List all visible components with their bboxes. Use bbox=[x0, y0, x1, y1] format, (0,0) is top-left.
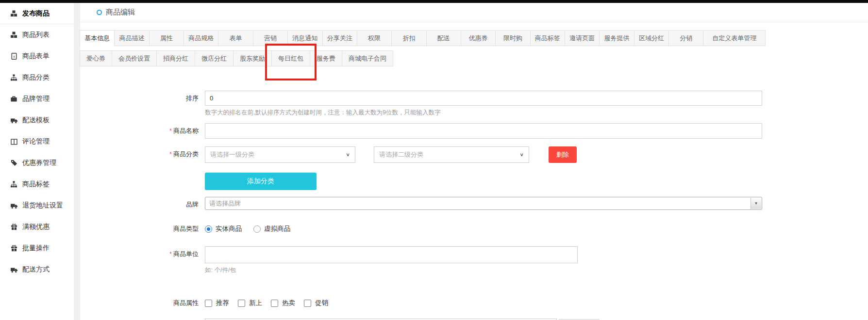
sidebar-item[interactable]: x 商品表单 bbox=[0, 46, 74, 67]
attribute-checkbox[interactable]: 热卖 bbox=[271, 299, 295, 307]
cubes-icon bbox=[10, 32, 18, 39]
secondary-tab-bar: 爱心券 会员价设置 招商分红 微店分红 股东奖励 bbox=[80, 50, 393, 66]
product-type-radio[interactable]: 虚拟商品 bbox=[253, 224, 290, 233]
primary-tab[interactable]: 邀请页面 bbox=[565, 30, 600, 46]
tags-icon bbox=[10, 160, 18, 167]
required-asterisk: * bbox=[169, 151, 172, 158]
secondary-tab[interactable]: 股东奖励 bbox=[233, 50, 272, 66]
add-category-row: 添加分类 bbox=[80, 173, 868, 190]
secondary-tab[interactable]: 招商分红 bbox=[156, 50, 195, 66]
sidebar-item[interactable]: 配送方式 bbox=[0, 259, 74, 280]
truck-icon bbox=[10, 117, 18, 124]
product-type-radio[interactable]: 实体商品 bbox=[205, 224, 242, 233]
sidebar-item[interactable]: 批量操作 bbox=[0, 238, 74, 259]
sidebar-item-label: 评论管理 bbox=[22, 137, 50, 146]
sidebar-item-label: 满额优惠 bbox=[22, 223, 50, 231]
sidebar-item[interactable]: 发布商品 bbox=[0, 3, 74, 24]
sidebar-item-label: 批量操作 bbox=[22, 244, 50, 253]
primary-tab-bar: 基本信息 商品描述 属性 商品规格 表单 bbox=[80, 30, 766, 46]
sort-label: 排序 bbox=[80, 91, 205, 106]
primary-tab[interactable]: 属性 bbox=[149, 30, 184, 46]
required-asterisk: * bbox=[169, 128, 172, 134]
columns-icon bbox=[10, 138, 18, 145]
primary-tab[interactable]: 折扣 bbox=[391, 30, 426, 46]
primary-tab[interactable]: 区域分红 bbox=[634, 30, 669, 46]
attribute-checkbox[interactable]: 新上 bbox=[238, 299, 262, 307]
dropdown-arrow-icon: ▼ bbox=[751, 198, 761, 209]
unit-row: *商品单位 如: 个/件/包 bbox=[80, 246, 868, 274]
secondary-tab[interactable]: 商城电子合同 bbox=[342, 50, 393, 66]
primary-tab[interactable]: 服务提供 bbox=[599, 30, 634, 46]
type-row: 商品类型 实体商品 虚拟商品 bbox=[80, 221, 868, 237]
sort-input[interactable] bbox=[205, 91, 762, 106]
primary-tab[interactable]: 自定义表单管理 bbox=[703, 30, 766, 46]
attribute-checkbox[interactable]: 促销 bbox=[304, 299, 328, 307]
sidebar-item[interactable]: 商品标签 bbox=[0, 174, 74, 195]
name-row: *商品名称 bbox=[80, 123, 868, 139]
page-header: 商品编辑 bbox=[80, 3, 868, 22]
annotation-box bbox=[265, 44, 317, 80]
primary-tab[interactable]: 商品规格 bbox=[184, 30, 218, 46]
product-name-input[interactable] bbox=[205, 123, 762, 139]
secondary-tab[interactable]: 微店分红 bbox=[195, 50, 234, 66]
sidebar-item-label: 退货地址设置 bbox=[22, 201, 63, 210]
truck-icon bbox=[10, 266, 18, 273]
primary-tab[interactable]: 消息通知 bbox=[287, 30, 322, 46]
primary-tab[interactable]: 基本信息 bbox=[80, 30, 115, 46]
truck-icon bbox=[10, 202, 18, 209]
sidebar-item-label: 商品列表 bbox=[22, 31, 50, 39]
brand-label: 品牌 bbox=[80, 197, 205, 212]
cubes-icon bbox=[10, 10, 18, 17]
brand-select[interactable]: 请选择品牌 ▼ bbox=[205, 197, 762, 210]
primary-tab[interactable]: 分享关注 bbox=[322, 30, 357, 46]
sidebar-item[interactable]: 满额优惠 bbox=[0, 216, 74, 238]
sidebar-item[interactable]: 品牌管理 bbox=[0, 88, 74, 110]
brand-row: 品牌 请选择品牌 ▼ bbox=[80, 197, 868, 212]
main-panel: 商品编辑 基本信息 商品描述 属性 商品规格 表单 bbox=[80, 3, 868, 320]
primary-tab[interactable]: 商品标签 bbox=[530, 30, 565, 46]
sidebar-item[interactable]: 优惠券管理 bbox=[0, 152, 74, 174]
primary-tab[interactable]: 商品描述 bbox=[114, 30, 149, 46]
checkbox-icon bbox=[304, 300, 311, 307]
primary-tab[interactable]: 配送 bbox=[426, 30, 461, 46]
attributes-label: 商品属性 bbox=[80, 295, 205, 311]
secondary-tab[interactable]: 爱心券 bbox=[80, 50, 112, 66]
category-level2-select[interactable]: 请选择二级分类 ∨ bbox=[374, 146, 529, 163]
secondary-tab[interactable]: 每日红包 bbox=[271, 50, 310, 66]
sidebar-item-label: 商品标签 bbox=[22, 180, 50, 189]
category-level1-select[interactable]: 请选择一级分类 ∨ bbox=[205, 146, 355, 163]
primary-tab[interactable]: 营销 bbox=[253, 30, 288, 46]
delete-category-button[interactable]: 删除 bbox=[549, 146, 577, 163]
sidebar-item-label: 发布商品 bbox=[22, 9, 50, 18]
attributes-row: 商品属性 推荐 新上 热卖 bbox=[80, 295, 868, 311]
primary-tab[interactable]: 分销 bbox=[668, 30, 703, 46]
category-row: *商品分类 请选择一级分类 ∨ 请选择二级分类 ∨ 删除 bbox=[80, 146, 868, 163]
radio-icon bbox=[205, 225, 212, 233]
checkbox-icon bbox=[205, 300, 212, 307]
unit-hint: 如: 个/件/包 bbox=[205, 266, 578, 274]
file-excel-icon: x bbox=[10, 53, 18, 60]
primary-tab[interactable]: 权限 bbox=[357, 30, 392, 46]
attribute-checkbox[interactable]: 推荐 bbox=[205, 299, 229, 307]
sidebar-item[interactable]: 配送模板 bbox=[0, 110, 74, 131]
primary-tab[interactable]: 表单 bbox=[218, 30, 253, 46]
gift-icon bbox=[10, 224, 18, 231]
unit-input[interactable] bbox=[205, 246, 578, 263]
required-asterisk: * bbox=[169, 251, 172, 257]
sidebar-item[interactable]: 商品列表 bbox=[0, 24, 74, 46]
primary-tab[interactable]: 优惠券 bbox=[461, 30, 496, 46]
radio-icon bbox=[253, 225, 261, 233]
sidebar-item-label: 商品表单 bbox=[22, 52, 50, 61]
add-category-button[interactable]: 添加分类 bbox=[205, 173, 317, 190]
sort-row: 排序 数字大的排名在前,默认排序方式为创建时间，注意：输入最大数为9位数，只能输… bbox=[80, 91, 868, 116]
primary-tab[interactable]: 限时购 bbox=[495, 30, 530, 46]
sidebar-item[interactable]: 商品分类 bbox=[0, 67, 74, 88]
sidebar-item[interactable]: 退货地址设置 bbox=[0, 195, 74, 216]
type-label: 商品类型 bbox=[80, 221, 205, 237]
secondary-tab[interactable]: 服务费 bbox=[310, 50, 342, 66]
secondary-tab[interactable]: 会员价设置 bbox=[112, 50, 157, 66]
briefcase-icon bbox=[10, 96, 18, 103]
chevron-down-icon: ∨ bbox=[346, 152, 350, 157]
gift-icon bbox=[10, 245, 18, 252]
sidebar-item[interactable]: 评论管理 bbox=[0, 131, 74, 152]
